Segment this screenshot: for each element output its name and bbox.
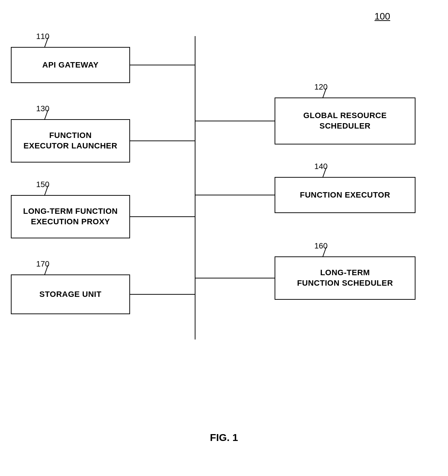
function-executor-launcher-label: FUNCTIONEXECUTOR LAUNCHER [23,130,117,151]
svg-line-12 [44,186,48,196]
function-executor-launcher-box: FUNCTIONEXECUTOR LAUNCHER [11,119,130,163]
tick-150 [43,186,53,196]
svg-line-8 [44,38,48,48]
tick-170 [43,265,53,276]
tick-160 [321,247,332,258]
tick-120 [321,88,332,99]
long-term-proxy-label: LONG-TERM FUNCTIONEXECUTION PROXY [23,206,118,227]
api-gateway-label: API GATEWAY [42,60,99,70]
tick-130 [43,110,53,121]
diagram: 100 API GATEWAY 110 GLOBAL RESOURCESCHED… [0,0,448,476]
api-gateway-box: API GATEWAY [11,47,130,83]
tick-110 [43,38,53,48]
svg-line-9 [323,88,326,98]
storage-unit-box: STORAGE UNIT [11,274,130,314]
svg-line-10 [44,110,48,120]
svg-line-11 [323,168,326,178]
svg-line-14 [44,265,48,275]
tick-140 [321,168,332,178]
global-resource-scheduler-box: GLOBAL RESOURCESCHEDULER [275,98,415,144]
function-executor-box: FUNCTION EXECUTOR [275,177,415,213]
storage-unit-label: STORAGE UNIT [39,289,102,300]
svg-line-13 [323,247,326,257]
function-executor-label: FUNCTION EXECUTOR [300,190,390,200]
long-term-scheduler-label: LONG-TERMFUNCTION SCHEDULER [297,268,393,288]
diagram-number: 100 [375,11,390,22]
fig-label: FIG. 1 [210,432,238,443]
long-term-scheduler-box: LONG-TERMFUNCTION SCHEDULER [275,256,415,300]
long-term-proxy-box: LONG-TERM FUNCTIONEXECUTION PROXY [11,195,130,238]
global-resource-scheduler-label: GLOBAL RESOURCESCHEDULER [303,111,387,131]
